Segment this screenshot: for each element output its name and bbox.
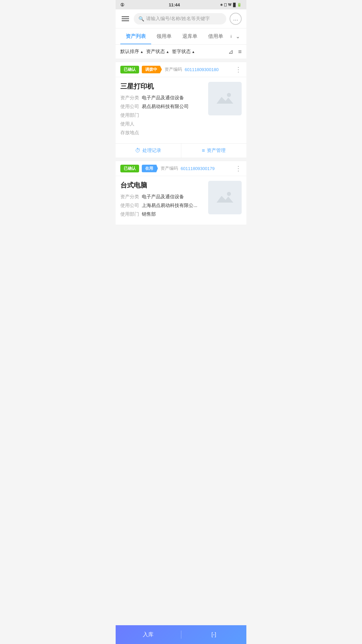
asset-image-1 bbox=[208, 82, 242, 115]
asset-name-2: 台式电脑 bbox=[120, 181, 203, 190]
tab-more[interactable]: i bbox=[229, 29, 234, 44]
company-value-1: 易点易动科技有限公司 bbox=[142, 104, 189, 110]
card-2-body: 台式电脑 资产分类 电子产品及通信设备 使用公司 上海易点易动科技有限公... … bbox=[116, 176, 246, 225]
card-1-body: 三星打印机 资产分类 电子产品及通信设备 使用公司 易点易动科技有限公司 使用部… bbox=[116, 77, 246, 143]
location-label-1: 存放地点 bbox=[120, 130, 142, 136]
tab-asset-list[interactable]: 资产列表 bbox=[120, 29, 151, 44]
asset-status-arrow-icon: ▲ bbox=[166, 50, 169, 54]
filter-bar: 默认排序 ▲ 资产状态 ▲ 签字状态 ▲ ⊿ ≡ bbox=[116, 45, 246, 59]
header: 🔍 请输入编号/名称/姓名等关键字 … bbox=[116, 9, 246, 29]
info-row-dept-1: 使用部门 bbox=[120, 112, 203, 118]
info-row-category-2: 资产分类 电子产品及通信设备 bbox=[120, 194, 203, 200]
asset-name-1: 三星打印机 bbox=[120, 82, 203, 91]
search-icon: 🔍 bbox=[138, 16, 144, 21]
inuse-badge-2: 在用 bbox=[142, 165, 158, 172]
sign-status-filter[interactable]: 签字状态 ▲ bbox=[172, 49, 195, 55]
status-bar: ① 11:44 ∗ ⎕ 𝐖 █ 🔋 bbox=[116, 0, 246, 9]
scan-button[interactable]: [-] bbox=[181, 632, 247, 638]
search-bar[interactable]: 🔍 请输入编号/名称/姓名等关键字 bbox=[134, 13, 226, 24]
confirmed-badge-2: 已确认 bbox=[120, 165, 139, 172]
history-icon: ⏱ bbox=[135, 148, 140, 154]
battery-icon: 🔋 bbox=[237, 3, 242, 7]
card-1-more-button[interactable]: ⋮ bbox=[235, 65, 242, 73]
card-2-info: 台式电脑 资产分类 电子产品及通信设备 使用公司 上海易点易动科技有限公... … bbox=[120, 181, 203, 220]
card-2-header: 已确认 在用 资产编码 60111809300179 ⋮ bbox=[116, 161, 246, 176]
bottom-bar: 入库 [-] bbox=[116, 625, 246, 644]
sort-arrow-icon: ▲ bbox=[140, 50, 143, 54]
asset-code-2: 60111809300179 bbox=[181, 166, 215, 171]
search-placeholder: 请输入编号/名称/姓名等关键字 bbox=[146, 16, 210, 22]
category-value-2: 电子产品及通信设备 bbox=[142, 194, 184, 200]
info-row-dept-2: 使用部门 销售部 bbox=[120, 211, 203, 217]
chat-button[interactable]: … bbox=[230, 13, 242, 25]
card-1-header: 已确认 调拨中 资产编码 60111809300180 ⋮ bbox=[116, 62, 246, 77]
sort-filter[interactable]: 默认排序 ▲ bbox=[120, 49, 143, 55]
transferring-badge-1: 调拨中 bbox=[142, 66, 162, 73]
svg-point-0 bbox=[227, 93, 231, 97]
category-label-1: 资产分类 bbox=[120, 95, 142, 101]
list-view-icon[interactable]: ≡ bbox=[238, 48, 242, 55]
bluetooth-icon: ∗ bbox=[220, 3, 223, 7]
tab-return[interactable]: 退库单 bbox=[177, 29, 203, 44]
tab-bar: 资产列表 领用单 退库单 借用单 i ⌄ bbox=[116, 29, 246, 45]
asset-image-2 bbox=[208, 181, 242, 214]
chat-icon: … bbox=[233, 16, 238, 22]
asset-code-label-2: 资产编码 bbox=[161, 165, 178, 171]
info-row-location-1: 存放地点 bbox=[120, 130, 203, 136]
asset-code-label-1: 资产编码 bbox=[165, 66, 182, 72]
dept-label-1: 使用部门 bbox=[120, 112, 142, 118]
card-1-info: 三星打印机 资产分类 电子产品及通信设备 使用公司 易点易动科技有限公司 使用部… bbox=[120, 82, 203, 139]
phone-icon: ⎕ bbox=[224, 3, 227, 7]
dept-label-2: 使用部门 bbox=[120, 211, 142, 217]
tab-requisition[interactable]: 领用单 bbox=[151, 29, 177, 44]
asset-code-1: 60111809300180 bbox=[185, 67, 219, 72]
company-label-2: 使用公司 bbox=[120, 203, 142, 209]
user-label-1: 使用人 bbox=[120, 121, 142, 127]
sort-label: 默认排序 bbox=[120, 49, 139, 55]
info-row-user-1: 使用人 bbox=[120, 121, 203, 127]
svg-point-1 bbox=[227, 192, 231, 196]
sign-status-label: 签字状态 bbox=[172, 49, 191, 55]
card-1-footer: ⏱ 处理记录 ≡ 资产管理 bbox=[116, 143, 246, 158]
dept-value-2: 销售部 bbox=[142, 211, 156, 217]
asset-status-filter[interactable]: 资产状态 ▲ bbox=[146, 49, 169, 55]
sign-status-arrow-icon: ▲ bbox=[192, 50, 195, 54]
status-circled: ① bbox=[120, 2, 134, 7]
info-row-company-2: 使用公司 上海易点易动科技有限公... bbox=[120, 203, 203, 209]
inbound-button[interactable]: 入库 bbox=[116, 631, 181, 638]
asset-status-label: 资产状态 bbox=[146, 49, 165, 55]
card-2-more-button[interactable]: ⋮ bbox=[235, 164, 242, 172]
info-row-category-1: 资产分类 电子产品及通信设备 bbox=[120, 95, 203, 101]
asset-card-1: 已确认 调拨中 资产编码 60111809300180 ⋮ 三星打印机 资产分类… bbox=[116, 62, 246, 158]
company-value-2: 上海易点易动科技有限公... bbox=[142, 203, 197, 209]
confirmed-badge-1: 已确认 bbox=[120, 66, 139, 73]
company-label-1: 使用公司 bbox=[120, 104, 142, 110]
funnel-filter-icon[interactable]: ⊿ bbox=[228, 48, 233, 55]
process-record-label: 处理记录 bbox=[142, 148, 161, 154]
status-icons: ∗ ⎕ 𝐖 █ 🔋 bbox=[215, 3, 242, 7]
info-row-company-1: 使用公司 易点易动科技有限公司 bbox=[120, 104, 203, 110]
category-value-1: 电子产品及通信设备 bbox=[142, 95, 184, 101]
wifi-icon: 𝐖 bbox=[228, 3, 232, 7]
category-label-2: 资产分类 bbox=[120, 194, 142, 200]
asset-card-2: 已确认 在用 资产编码 60111809300179 ⋮ 台式电脑 资产分类 电… bbox=[116, 161, 246, 225]
status-time: 11:44 bbox=[134, 2, 215, 7]
signal-icon: █ bbox=[233, 3, 236, 7]
tab-expand-arrow[interactable]: ⌄ bbox=[234, 29, 242, 44]
asset-manage-button-1[interactable]: ≡ 资产管理 bbox=[181, 144, 247, 158]
process-record-button-1[interactable]: ⏱ 处理记录 bbox=[116, 144, 181, 158]
manage-icon: ≡ bbox=[202, 148, 205, 154]
tab-borrow[interactable]: 借用单 bbox=[203, 29, 229, 44]
menu-button[interactable] bbox=[120, 15, 130, 22]
asset-manage-label: 资产管理 bbox=[207, 148, 226, 154]
